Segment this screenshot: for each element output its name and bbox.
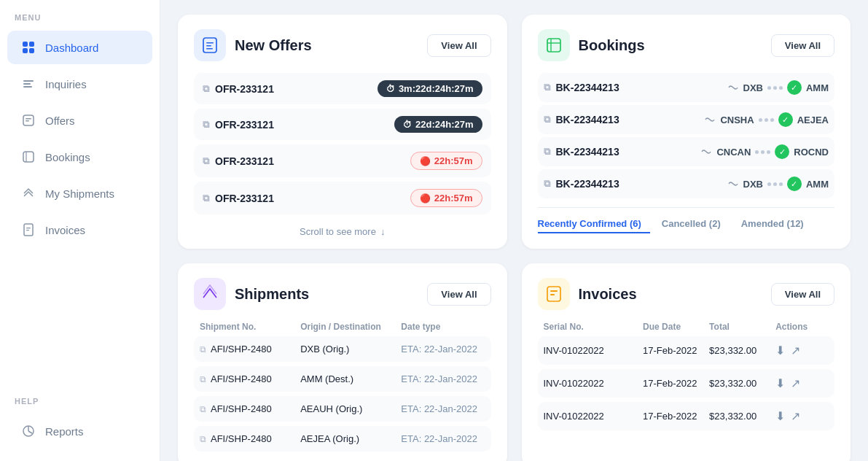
timer-value: 22h:57m xyxy=(434,155,473,166)
shipments-list: ⧉ AFI/SHP-2480 DXB (Orig.) ETA: 22-Jan-2… xyxy=(194,336,491,452)
shipments-title-group: Shipments xyxy=(194,278,309,310)
invoice-total: $23,332.00 xyxy=(709,345,756,356)
route-group: DXB ✓ AMM xyxy=(727,80,829,95)
offer-number: OFR-233121 xyxy=(215,193,274,204)
invoices-col-due: Due Date xyxy=(643,322,709,332)
new-offers-view-all[interactable]: View All xyxy=(427,34,490,57)
booking-tab[interactable]: Recently Confirmed (6) xyxy=(538,215,650,233)
booking-row[interactable]: ⧉ BK-22344213 DXB ✓ AMM xyxy=(538,169,835,198)
svg-rect-5 xyxy=(23,83,31,85)
shipments-card: Shipments View All Shipment No. Origin /… xyxy=(178,263,507,461)
route-dest: ROCND xyxy=(794,147,829,158)
download-icon[interactable]: ⬇ xyxy=(775,409,785,423)
invoice-due: 17-Feb-2022 xyxy=(643,411,697,422)
invoice-serial-cell: INV-01022022 xyxy=(544,378,644,389)
offer-id: ⧉ OFR-233121 xyxy=(203,193,274,204)
shipment-row[interactable]: ⧉ AFI/SHP-2480 AMM (Dest.) ETA: 22-Jan-2… xyxy=(194,366,491,392)
invoices-col-serial: Serial No. xyxy=(544,322,644,332)
bookings-view-all[interactable]: View All xyxy=(771,34,834,57)
offer-timer: ⏱ 3m:22d:24h:27m xyxy=(378,80,482,97)
offer-number: OFR-233121 xyxy=(215,119,274,131)
offers-list: ⧉ OFR-233121 ⏱ 3m:22d:24h:27m ⧉ OFR-2331… xyxy=(194,73,491,214)
sidebar-item-bookings[interactable]: Bookings xyxy=(7,140,152,174)
shipment-row[interactable]: ⧉ AFI/SHP-2480 AEJEA (Orig.) ETA: 22-Jan… xyxy=(194,426,491,452)
shipment-date-cell: ETA: 22-Jan-2022 xyxy=(401,373,485,384)
offer-row[interactable]: ⧉ OFR-233121 🔴 22h:57m xyxy=(194,144,491,177)
external-link-icon[interactable]: ↗ xyxy=(791,344,800,357)
invoices-col-total: Total xyxy=(709,322,775,332)
sidebar-item-reports[interactable]: Reports xyxy=(7,414,152,448)
route-dots xyxy=(759,118,774,122)
check-icon: ✓ xyxy=(787,177,802,191)
invoice-due: 17-Feb-2022 xyxy=(643,378,697,389)
offer-id: ⧉ OFR-233121 xyxy=(203,83,274,95)
timer-icon: 🔴 xyxy=(420,156,431,166)
invoice-actions-cell: ⬇ ↗ xyxy=(775,409,829,423)
invoice-row[interactable]: INV-01022022 17-Feb-2022 $23,332.00 ⬇ ↗ xyxy=(538,402,835,430)
svg-rect-14 xyxy=(26,230,29,230)
shipment-row[interactable]: ⧉ AFI/SHP-2480 AEAUH (Orig.) ETA: 22-Jan… xyxy=(194,396,491,422)
offer-row[interactable]: ⧉ OFR-233121 ⏱ 22d:24h:27m xyxy=(194,109,491,140)
new-offers-title: New Offers xyxy=(235,37,312,54)
download-icon[interactable]: ⬇ xyxy=(775,344,785,357)
offer-row[interactable]: ⧉ OFR-233121 🔴 22h:57m xyxy=(194,182,491,214)
external-link-icon[interactable]: ↗ xyxy=(791,409,800,423)
copy-icon: ⧉ xyxy=(544,82,550,93)
route-group: CNSHA ✓ AEJEA xyxy=(704,112,829,127)
shipment-origin-dest-cell: AEAUH (Orig.) xyxy=(300,403,401,414)
sidebar-item-myshipments[interactable]: My Shipments xyxy=(7,177,152,210)
booking-tab[interactable]: Cancelled (2) xyxy=(662,215,730,233)
shipments-view-all[interactable]: View All xyxy=(427,283,490,306)
shipment-number: AFI/SHP-2480 xyxy=(211,373,272,384)
offer-row[interactable]: ⧉ OFR-233121 ⏱ 3m:22d:24h:27m xyxy=(194,73,491,104)
booking-tab[interactable]: Amended (12) xyxy=(741,215,813,233)
copy-icon: ⧉ xyxy=(544,114,550,125)
shipments-title: Shipments xyxy=(235,286,309,303)
route-icon xyxy=(700,146,712,158)
shipment-date-cell: ETA: 22-Jan-2022 xyxy=(401,433,485,444)
external-link-icon[interactable]: ↗ xyxy=(791,376,800,390)
shipment-number: AFI/SHP-2480 xyxy=(211,403,272,414)
booking-row[interactable]: ⧉ BK-22344213 DXB ✓ AMM xyxy=(538,73,835,102)
invoices-list: INV-01022022 17-Feb-2022 $23,332.00 ⬇ ↗ … xyxy=(538,336,835,430)
shipment-date-cell: ETA: 22-Jan-2022 xyxy=(401,403,485,414)
sidebar-item-inquiries[interactable]: Inquiries xyxy=(7,67,152,101)
route-dest: AMM xyxy=(806,179,829,190)
invoice-total-cell: $23,332.00 xyxy=(709,378,775,389)
invoices-icon xyxy=(538,278,570,310)
invoice-due-cell: 17-Feb-2022 xyxy=(643,411,709,422)
shipment-number-cell: ⧉ AFI/SHP-2480 xyxy=(200,433,300,444)
shipment-copy-icon: ⧉ xyxy=(200,374,206,384)
route-dest: AEJEA xyxy=(797,115,829,125)
sidebar-label-bookings: Bookings xyxy=(45,151,90,163)
svg-rect-17 xyxy=(206,42,214,44)
download-icon[interactable]: ⬇ xyxy=(775,376,785,390)
sidebar-item-offers[interactable]: Offers xyxy=(7,104,152,137)
svg-rect-8 xyxy=(26,118,31,120)
svg-rect-9 xyxy=(26,120,29,122)
svg-rect-20 xyxy=(547,39,560,52)
sidebar-label-inquiries: Inquiries xyxy=(45,78,87,90)
bookings-icon xyxy=(20,149,36,165)
sidebar-item-dashboard[interactable]: Dashboard xyxy=(7,31,152,64)
booking-row[interactable]: ⧉ BK-22344213 CNSHA ✓ AEJEA xyxy=(538,105,835,134)
invoices-view-all[interactable]: View All xyxy=(771,283,834,306)
sidebar-item-invoices[interactable]: Invoices xyxy=(7,213,152,247)
invoice-row[interactable]: INV-01022022 17-Feb-2022 $23,332.00 ⬇ ↗ xyxy=(538,369,835,398)
svg-rect-6 xyxy=(23,86,32,88)
invoice-row[interactable]: INV-01022022 17-Feb-2022 $23,332.00 ⬇ ↗ xyxy=(538,336,835,365)
booking-row[interactable]: ⧉ BK-22344213 CNCAN ✓ ROCND xyxy=(538,137,835,166)
shipment-date: ETA: 22-Jan-2022 xyxy=(401,433,477,444)
booking-id: ⧉ BK-22344213 xyxy=(544,82,619,93)
invoice-serial: INV-01022022 xyxy=(544,411,604,422)
invoice-actions-cell: ⬇ ↗ xyxy=(775,344,829,357)
scroll-more: Scroll to see more ↓ xyxy=(194,222,491,237)
shipment-copy-icon: ⧉ xyxy=(200,344,206,355)
new-offers-icon xyxy=(194,29,226,61)
invoice-serial: INV-01022022 xyxy=(544,345,604,356)
svg-rect-3 xyxy=(29,48,34,53)
sidebar-label-myshipments: My Shipments xyxy=(45,187,114,200)
booking-id: ⧉ BK-22344213 xyxy=(544,114,619,125)
shipment-row[interactable]: ⧉ AFI/SHP-2480 DXB (Orig.) ETA: 22-Jan-2… xyxy=(194,336,491,362)
offers-icon xyxy=(20,112,36,128)
